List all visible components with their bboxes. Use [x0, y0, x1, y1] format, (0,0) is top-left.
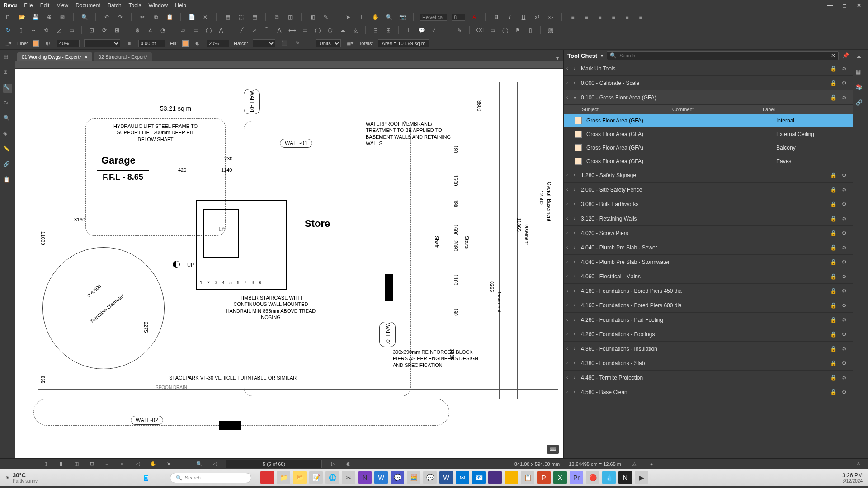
keyboard-icon[interactable]: ⌨: [547, 445, 559, 454]
open-icon[interactable]: 📂: [17, 13, 26, 22]
lock-icon[interactable]: 🔒: [829, 65, 837, 73]
count-icon[interactable]: ⊕: [133, 26, 142, 35]
snapshot-icon[interactable]: 📷: [398, 13, 407, 22]
gear-icon[interactable]: ⚙: [840, 186, 848, 194]
gear-icon[interactable]: ⚙: [840, 65, 848, 73]
cloud2-icon[interactable]: ◬: [351, 26, 360, 35]
menu-document[interactable]: Document: [75, 2, 100, 9]
chevron-icon[interactable]: ›: [574, 274, 578, 279]
zoom2-icon[interactable]: 🔍: [195, 460, 203, 468]
textbox-icon[interactable]: T: [404, 26, 413, 35]
chevron-icon[interactable]: ›: [574, 230, 578, 235]
line-opacity-icon[interactable]: ◐: [43, 39, 52, 48]
sets-icon[interactable]: 📚: [856, 84, 865, 93]
tc-section-4[interactable]: ‹ › 3.080 - Bulk Earthworks🔒⚙: [564, 197, 853, 211]
polyline-icon[interactable]: ⋀: [275, 26, 284, 35]
taskbar-folder[interactable]: 📂: [293, 471, 307, 484]
menu-view[interactable]: View: [57, 2, 68, 9]
fill-opacity-input[interactable]: [207, 40, 229, 47]
first-page-icon[interactable]: ⇤: [118, 460, 127, 468]
pen-icon[interactable]: ✎: [455, 26, 464, 35]
gear-icon[interactable]: ⚙: [840, 215, 848, 223]
taskbar-search[interactable]: 🔍: [170, 473, 251, 483]
panel-toggle-icon[interactable]: ☰: [5, 460, 14, 468]
tc-section-5[interactable]: ‹ › 3.120 - Retaining Walls🔒⚙: [564, 211, 853, 226]
taskbar-word2[interactable]: W: [374, 471, 388, 484]
lock-icon[interactable]: 🔒: [829, 258, 837, 266]
properties-icon[interactable]: 🗂: [3, 99, 12, 108]
lock-icon[interactable]: 🔒: [829, 287, 837, 295]
chevron-left-icon[interactable]: ‹: [566, 245, 571, 250]
callout-icon[interactable]: 💬: [417, 26, 426, 35]
taskbar-snip[interactable]: ✂: [342, 471, 355, 484]
chevron-icon[interactable]: ›: [574, 187, 578, 192]
taskbar-notepad[interactable]: 📝: [309, 471, 323, 484]
crop-icon[interactable]: ⬚: [236, 13, 245, 22]
font-size-select[interactable]: 8: [452, 14, 465, 21]
chevron-left-icon[interactable]: ‹: [566, 173, 571, 178]
redo-icon[interactable]: ↷: [116, 13, 125, 22]
chevron-icon[interactable]: ›: [574, 375, 578, 380]
chevron-icon[interactable]: ›: [574, 332, 578, 337]
menu-batch[interactable]: Batch: [108, 2, 122, 9]
tc-section-3[interactable]: ‹ › 2.000 - Site Safety Fence🔒⚙: [564, 183, 853, 197]
italic-icon[interactable]: I: [505, 13, 514, 22]
sub-icon[interactable]: x₂: [546, 13, 555, 22]
lock-icon[interactable]: 🔒: [829, 186, 837, 194]
spacing-icon[interactable]: ↔: [29, 26, 38, 35]
lock-icon[interactable]: 🔒: [829, 229, 837, 237]
taskbar-chrome[interactable]: 🌐: [326, 471, 339, 484]
flag-icon[interactable]: ⚑: [513, 26, 522, 35]
grid-icon[interactable]: ⊞: [113, 26, 122, 35]
lock-icon[interactable]: 🔒: [829, 330, 837, 338]
pin-icon[interactable]: 📌: [842, 52, 849, 59]
chevron-left-icon[interactable]: ‹: [566, 95, 571, 100]
align-mid-icon[interactable]: ≡: [623, 13, 632, 22]
gear-icon[interactable]: ⚙: [840, 359, 848, 367]
chevron-left-icon[interactable]: ‹: [566, 361, 571, 366]
eraser-icon[interactable]: ⌫: [475, 26, 484, 35]
taskbar-onenote[interactable]: N: [358, 471, 372, 484]
taskbar-notion[interactable]: N: [618, 471, 632, 484]
chevron-right-icon[interactable]: ›: [574, 66, 578, 71]
chevron-left-icon[interactable]: ‹: [566, 375, 571, 380]
email-icon[interactable]: ✉: [58, 13, 67, 22]
chevron-icon[interactable]: ›: [574, 317, 578, 322]
studio-icon[interactable]: ☁: [856, 53, 865, 62]
tool-chest-dropdown-icon[interactable]: ▾: [601, 53, 603, 58]
chevron-icon[interactable]: ›: [574, 346, 578, 351]
tc-item-3[interactable]: Gross Floor Area (GFA) Eaves: [564, 155, 853, 168]
chevron-left-icon[interactable]: ‹: [566, 332, 571, 337]
lock-icon[interactable]: 🔒: [829, 215, 837, 223]
dim-toggle-icon[interactable]: ◐: [344, 460, 353, 468]
lock-icon[interactable]: 🔒: [829, 359, 837, 367]
close-button[interactable]: ✕: [854, 1, 864, 9]
highlight-toggle-icon[interactable]: ⬛: [280, 39, 289, 48]
super-icon[interactable]: x²: [533, 13, 542, 22]
chevron-left-icon[interactable]: ‹: [566, 274, 571, 279]
maximize-button[interactable]: ◻: [839, 1, 850, 9]
tab-dropdown-icon[interactable]: ▾: [556, 55, 559, 61]
menu-file[interactable]: File: [24, 2, 33, 9]
measurements-icon[interactable]: 📏: [3, 145, 12, 155]
taskbar-powerpoint[interactable]: P: [537, 471, 551, 484]
doc-icon[interactable]: 📄: [187, 13, 196, 22]
tc-section-1[interactable]: ‹ ▾ 0.100 - Gross Floor Area (GFA)🔒⚙: [564, 90, 853, 105]
reuse-icon[interactable]: ↻: [4, 26, 13, 35]
zoom-icon[interactable]: 🔍: [384, 13, 393, 22]
line-icon[interactable]: ╱: [237, 26, 246, 35]
links2-icon[interactable]: 🔗: [856, 99, 865, 108]
gear-icon[interactable]: ⚙: [840, 200, 848, 208]
note-icon[interactable]: ▯: [526, 26, 535, 35]
tc-section-17[interactable]: ‹ › 4.580 - Base Clean🔒⚙: [564, 385, 853, 399]
taskbar-excel[interactable]: X: [553, 471, 567, 484]
line-width-icon[interactable]: ≡: [125, 39, 134, 48]
print-icon[interactable]: 🖨: [44, 13, 53, 22]
links-icon[interactable]: 🔗: [3, 161, 12, 170]
chevron-left-icon[interactable]: ‹: [566, 187, 571, 192]
tc-section-7[interactable]: ‹ › 4.040 - Plumb Pre Slab - Sewer🔒⚙: [564, 240, 853, 255]
chevron-left-icon[interactable]: ‹: [566, 202, 571, 206]
snap-icon[interactable]: ⊡: [87, 26, 96, 35]
taskbar-explorer[interactable]: 📁: [277, 471, 290, 484]
fill-color-swatch[interactable]: [182, 40, 189, 47]
